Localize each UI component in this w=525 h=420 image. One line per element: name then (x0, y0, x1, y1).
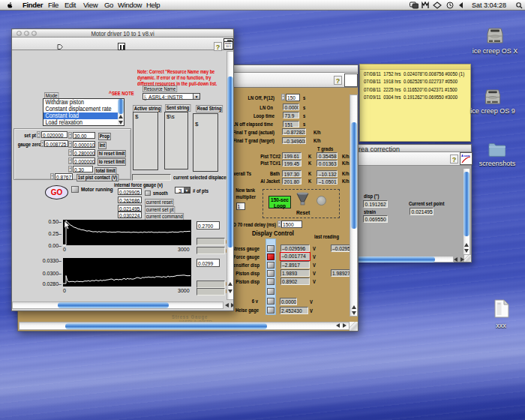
svg-text:O: O (144, 98, 147, 101)
